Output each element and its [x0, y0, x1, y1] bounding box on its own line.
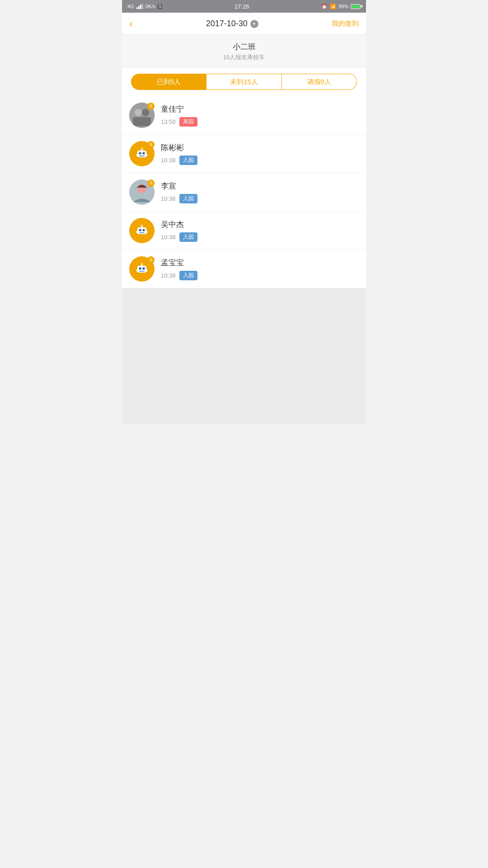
student-status-row: 13:50 离园 — [161, 117, 359, 127]
student-info: 陈彬彬 10:38 入园 — [161, 142, 359, 165]
svg-point-36 — [141, 263, 143, 265]
svg-point-7 — [140, 153, 141, 154]
signal-bars — [136, 4, 143, 9]
clock-icon: ⏰ — [321, 4, 328, 9]
student-status-row: 10:38 入园 — [161, 271, 359, 280]
svg-rect-27 — [146, 231, 147, 233]
status-bar: 4G 0K/s S 17:26 ⏰ 📶 99% — [122, 0, 366, 13]
svg-point-25 — [141, 225, 143, 226]
student-status-row: 10:38 入园 — [161, 232, 359, 242]
battery-percent: 99% — [338, 4, 348, 9]
svg-rect-23 — [139, 232, 145, 233]
car-badge: 车 — [147, 103, 155, 110]
svg-point-12 — [141, 148, 143, 150]
chevron-down-icon: ▾ — [253, 21, 255, 26]
class-header: 小二班 10人报名乘校车 — [122, 35, 366, 67]
avatar — [129, 218, 155, 243]
class-name: 小二班 — [122, 42, 366, 52]
checkin-time: 10:38 — [161, 272, 176, 279]
student-info: 童佳宁 13:50 离园 — [161, 104, 359, 127]
tab-arrived[interactable]: 已到5人 — [131, 74, 206, 90]
car-badge: 车 — [147, 179, 155, 187]
filter-tabs: 已到5人 未到15人 请假0人 — [122, 67, 366, 96]
status-badge-enter: 入园 — [179, 232, 197, 242]
svg-point-9 — [143, 153, 145, 154]
student-name: 吴中杰 — [161, 219, 359, 230]
wifi-icon: 📶 — [330, 4, 336, 9]
svg-point-33 — [143, 268, 145, 269]
student-item: 吴中杰 10:38 入园 — [122, 212, 366, 250]
avatar-wrapper: 车 — [129, 179, 155, 205]
svg-rect-38 — [146, 269, 147, 272]
status-badge-enter: 入园 — [179, 194, 197, 203]
student-status-row: 10:38 入园 — [161, 156, 359, 165]
avatar-wrapper: 车 — [129, 256, 155, 282]
storage-icon: S — [158, 4, 163, 9]
student-item: 车 童佳宁 13:50 离园 — [122, 96, 366, 135]
svg-rect-13 — [136, 154, 138, 156]
status-right: ⏰ 📶 99% — [321, 4, 361, 9]
svg-point-1 — [135, 109, 142, 116]
student-item: 车 孟宝宝 10:38 入园 — [122, 250, 366, 288]
status-badge-leave: 离园 — [179, 117, 197, 127]
svg-rect-34 — [139, 271, 145, 272]
checkin-time: 10:38 — [161, 234, 176, 241]
nav-bar: ‹ 2017-10-30 ▾ 我的签到 — [122, 13, 366, 35]
student-info: 李宣 10:38 入园 — [161, 181, 359, 203]
car-badge: 车 — [147, 141, 155, 148]
status-time: 17:26 — [235, 3, 249, 10]
my-checkin-button[interactable]: 我的签到 — [332, 19, 359, 28]
speed-indicator: 0K/s — [145, 4, 155, 9]
student-info: 吴中杰 10:38 入园 — [161, 219, 359, 242]
avatar-wrapper: 车 — [129, 141, 155, 166]
back-button[interactable]: ‹ — [129, 18, 132, 30]
tab-leave[interactable]: 请假0人 — [282, 74, 357, 90]
class-sub-info: 10人报名乘校车 — [122, 53, 366, 61]
svg-point-22 — [143, 230, 145, 231]
avatar-wrapper: 车 — [129, 103, 155, 128]
student-name: 李宣 — [161, 181, 359, 191]
student-name: 孟宝宝 — [161, 258, 359, 268]
svg-point-20 — [140, 230, 141, 231]
nav-title-wrapper: 2017-10-30 ▾ — [206, 19, 258, 28]
bottom-area — [122, 288, 366, 424]
svg-point-2 — [142, 109, 149, 116]
svg-rect-26 — [136, 231, 138, 233]
checkin-time: 10:38 — [161, 195, 176, 202]
student-info: 孟宝宝 10:38 入园 — [161, 258, 359, 280]
svg-rect-14 — [146, 154, 147, 156]
status-badge-enter: 入园 — [179, 156, 197, 165]
student-item: 车 李宣 10:38 入园 — [122, 173, 366, 212]
battery-icon — [351, 4, 361, 9]
student-list: 车 童佳宁 13:50 离园 — [122, 96, 366, 288]
student-name: 陈彬彬 — [161, 142, 359, 153]
status-badge-enter: 入园 — [179, 271, 197, 280]
date-dropdown-icon[interactable]: ▾ — [250, 20, 258, 28]
student-name: 童佳宁 — [161, 104, 359, 114]
network-indicator: 4G — [127, 4, 134, 9]
nav-date-title: 2017-10-30 — [206, 19, 248, 28]
svg-rect-37 — [136, 269, 138, 272]
svg-point-31 — [140, 268, 141, 269]
avatar-wrapper — [129, 218, 155, 243]
car-badge: 车 — [147, 256, 155, 264]
student-status-row: 10:38 入园 — [161, 194, 359, 203]
student-item: 车 陈彬彬 10:38 入园 — [122, 135, 366, 173]
checkin-time: 10:38 — [161, 157, 176, 164]
checkin-time: 13:50 — [161, 118, 176, 125]
status-left: 4G 0K/s S — [127, 4, 162, 9]
svg-rect-10 — [139, 156, 145, 156]
tab-absent[interactable]: 未到15人 — [206, 74, 282, 90]
svg-rect-3 — [133, 117, 151, 126]
